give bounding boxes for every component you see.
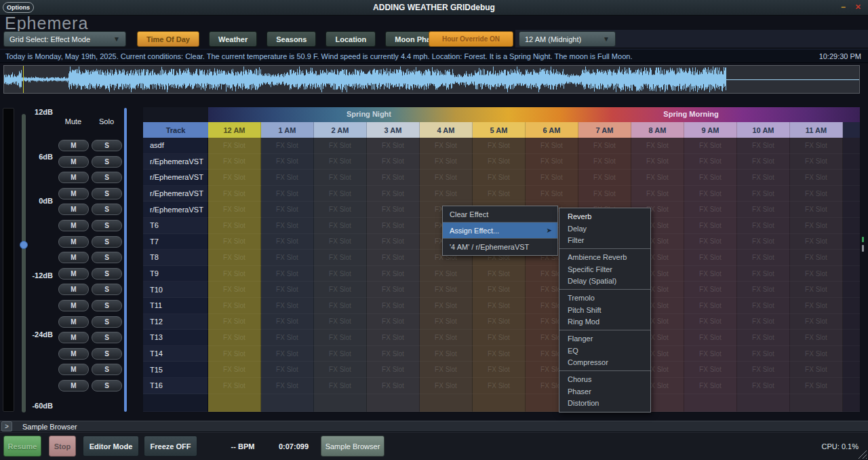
hour-header-cell[interactable]: 2 AM <box>314 122 367 138</box>
close-icon[interactable]: ✕ <box>855 3 861 12</box>
fx-slot-cell[interactable]: FX Slot <box>420 346 473 362</box>
fx-slot-cell[interactable]: FX Slot <box>261 202 314 218</box>
fx-slot-cell[interactable]: FX Slot <box>314 330 367 346</box>
fx-slot-cell[interactable]: FX Slot <box>314 154 367 170</box>
fx-slot-cell[interactable] <box>843 170 860 186</box>
hour-header-cell[interactable]: 12 AM <box>208 122 261 138</box>
fx-slot-cell[interactable]: FX Slot <box>420 266 473 282</box>
fx-slot-cell[interactable]: FX Slot <box>367 266 420 282</box>
mute-button[interactable]: M <box>58 156 89 168</box>
fx-slot-cell[interactable]: FX Slot <box>367 186 420 202</box>
fx-slot-cell[interactable]: FX Slot <box>790 362 843 378</box>
master-fader-slot[interactable] <box>3 108 14 412</box>
fx-slot-cell[interactable]: FX Slot <box>684 282 737 298</box>
solo-button[interactable]: S <box>92 316 122 328</box>
fx-slot-cell[interactable]: FX Slot <box>314 186 367 202</box>
solo-button[interactable]: S <box>92 236 122 248</box>
effect-menu-item[interactable]: Compressor <box>559 357 650 369</box>
fx-slot-cell[interactable]: FX Slot <box>314 218 367 234</box>
mute-button[interactable]: M <box>58 316 89 328</box>
fx-slot-cell[interactable]: FX Slot <box>314 298 367 314</box>
fx-slot-cell[interactable]: FX Slot <box>367 378 420 394</box>
resume-button[interactable]: Resume <box>3 436 41 457</box>
fx-slot-cell[interactable]: FX Slot <box>420 170 473 186</box>
fx-slot-cell[interactable]: FX Slot <box>367 298 420 314</box>
effect-menu-item[interactable]: Specific Filter <box>559 263 650 275</box>
mute-button[interactable]: M <box>58 172 89 183</box>
fx-slot-cell[interactable]: FX Slot <box>790 138 843 154</box>
fx-slot-cell[interactable]: FX Slot <box>737 138 790 154</box>
fx-slot-cell[interactable]: FX Slot <box>473 314 526 330</box>
fx-slot-cell[interactable]: FX Slot <box>367 202 420 218</box>
fx-slot-cell[interactable]: FX Slot <box>208 266 261 282</box>
fx-slot-cell[interactable]: FX Slot <box>790 250 843 266</box>
solo-button[interactable]: S <box>92 300 122 311</box>
fx-slot-cell[interactable]: FX Slot <box>367 218 420 234</box>
fx-slot-cell[interactable]: FX Slot <box>367 282 420 298</box>
hour-header-cell[interactable]: 6 AM <box>526 122 578 138</box>
resize-grip-icon[interactable] <box>857 449 867 459</box>
fx-slot-cell[interactable]: FX Slot <box>790 298 843 314</box>
fx-slot-cell[interactable]: FX Slot <box>208 282 261 298</box>
volume-slider-knob[interactable] <box>20 241 28 249</box>
fx-slot-cell[interactable] <box>843 346 860 362</box>
track-label[interactable]: T13 <box>143 330 208 346</box>
fx-slot-cell[interactable]: FX Slot <box>631 138 684 154</box>
fx-slot-cell[interactable]: FX Slot <box>473 266 526 282</box>
fx-slot-cell[interactable]: FX Slot <box>737 362 790 378</box>
effect-menu-item[interactable]: Flanger <box>559 332 650 345</box>
fx-slot-cell[interactable] <box>843 362 860 378</box>
fx-slot-cell[interactable]: FX Slot <box>473 298 526 314</box>
fx-slot-cell[interactable]: FX Slot <box>631 186 684 202</box>
fx-slot-cell[interactable]: FX Slot <box>790 346 843 362</box>
fx-slot-cell[interactable] <box>843 218 860 234</box>
fx-slot-cell[interactable]: FX Slot <box>473 378 526 394</box>
fx-slot-cell[interactable] <box>843 154 860 170</box>
fx-slot-cell[interactable]: FX Slot <box>208 234 261 250</box>
waveform-display[interactable] <box>4 66 859 93</box>
fx-slot-cell[interactable]: FX Slot <box>737 346 790 362</box>
fx-slot-cell[interactable] <box>843 202 860 218</box>
effect-menu-item[interactable]: Ambience Reverb <box>559 251 650 263</box>
track-label[interactable]: T6 <box>143 218 208 234</box>
track-label[interactable]: r/EphemeraVST <box>143 186 208 202</box>
fx-slot-cell[interactable]: FX Slot <box>261 266 314 282</box>
solo-button[interactable]: S <box>92 252 122 263</box>
stop-button[interactable]: Stop <box>49 436 76 457</box>
fx-slot-cell[interactable]: FX Slot <box>314 362 367 378</box>
fx-slot-cell[interactable]: FX Slot <box>473 330 526 346</box>
mute-button[interactable]: M <box>58 300 89 311</box>
vertical-scrollbar[interactable] <box>124 108 127 412</box>
fx-slot-cell[interactable]: FX Slot <box>737 266 790 282</box>
fx-slot-cell[interactable]: FX Slot <box>790 282 843 298</box>
fx-slot-cell[interactable]: FX Slot <box>684 154 737 170</box>
hour-header-cell[interactable]: 7 AM <box>578 122 631 138</box>
fx-slot-cell[interactable]: FX Slot <box>473 170 526 186</box>
track-label[interactable]: T9 <box>143 266 208 282</box>
fx-slot-cell[interactable] <box>843 298 860 314</box>
fx-slot-cell[interactable]: FX Slot <box>578 138 631 154</box>
fx-slot-cell[interactable]: FX Slot <box>684 170 737 186</box>
track-label[interactable]: asdf <box>143 138 208 154</box>
fx-slot-cell[interactable]: FX Slot <box>684 250 737 266</box>
fx-slot-cell[interactable]: FX Slot <box>420 378 473 394</box>
mode-button-weather[interactable]: Weather <box>209 31 257 47</box>
effect-menu-item[interactable]: Filter <box>559 234 650 246</box>
fx-slot-cell[interactable]: FX Slot <box>737 218 790 234</box>
fx-slot-cell[interactable]: FX Slot <box>420 314 473 330</box>
solo-button[interactable]: S <box>92 188 122 199</box>
fx-slot-cell[interactable]: FX Slot <box>684 346 737 362</box>
fx-slot-cell[interactable]: FX Slot <box>261 218 314 234</box>
fx-slot-cell[interactable]: FX Slot <box>314 282 367 298</box>
solo-button[interactable]: S <box>92 364 122 375</box>
editor-mode-button[interactable]: Editor Mode <box>83 436 139 457</box>
mute-button[interactable]: M <box>58 140 89 151</box>
fx-slot-cell[interactable]: FX Slot <box>208 346 261 362</box>
effect-menu-item[interactable]: Distortion <box>559 398 650 410</box>
solo-button[interactable]: S <box>92 268 122 280</box>
fx-slot-cell[interactable]: FX Slot <box>578 186 631 202</box>
fx-slot-cell[interactable]: FX Slot <box>526 138 578 154</box>
fx-slot-cell[interactable]: FX Slot <box>473 154 526 170</box>
effect-menu-item[interactable]: Delay <box>559 223 650 235</box>
fx-slot-cell[interactable]: FX Slot <box>684 234 737 250</box>
